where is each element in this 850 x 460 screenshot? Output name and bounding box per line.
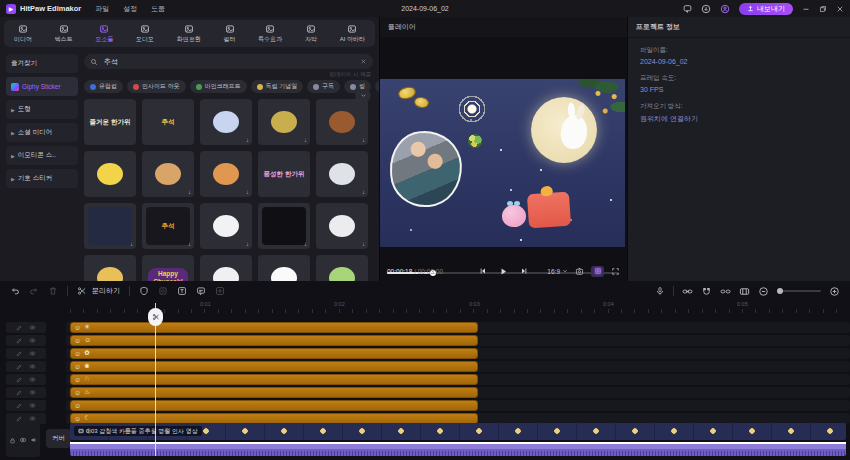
close-button[interactable] — [836, 5, 844, 13]
tab-audio[interactable]: 오디오 — [136, 24, 154, 44]
zoom-in-button[interactable] — [829, 286, 840, 297]
sticker-clip[interactable]: ☺ — [70, 400, 478, 411]
sticker-clip[interactable]: ☺ ♨ — [70, 387, 478, 398]
track-edit-icon[interactable] — [16, 351, 22, 357]
menu-item[interactable]: 파일 — [95, 4, 109, 14]
track-visibility-icon[interactable] — [29, 376, 36, 383]
timeline-zoom-slider[interactable] — [777, 290, 821, 292]
sticker-happy-hangawi-text[interactable]: 즐거운 한가위 ↓ — [84, 99, 136, 145]
account-avatar-icon[interactable] — [720, 4, 730, 14]
track-edit-icon[interactable] — [16, 403, 22, 409]
track-visibility-icon[interactable] — [29, 363, 36, 370]
menu-item[interactable]: 설정 — [123, 4, 137, 14]
sidebar-item-symbol[interactable]: ▶ 기호 스티커 — [6, 169, 78, 188]
sticker-steam-pot[interactable]: ↓ — [316, 151, 368, 197]
restore-button[interactable] — [819, 5, 827, 13]
add-caption-icon[interactable] — [196, 286, 206, 296]
delete-button[interactable] — [48, 286, 58, 296]
zoom-slider-knob[interactable] — [777, 288, 783, 294]
chip-independence-day[interactable]: 독립 기념일 — [251, 80, 304, 93]
sticker-full-moon[interactable]: ↓ — [84, 151, 136, 197]
split-label[interactable]: 분리하기 — [92, 286, 120, 296]
sticker-night-sky[interactable]: ↓ — [84, 203, 136, 249]
chip-subscribe[interactable]: 구독 — [307, 80, 340, 93]
sticker-chuseok-fruits[interactable]: 추석 ↓ — [142, 99, 194, 145]
track-visibility-icon[interactable] — [29, 350, 36, 357]
tab-effects[interactable]: 특수효과 — [258, 24, 282, 44]
track-visibility-icon[interactable] — [29, 337, 36, 344]
sticker-rice-pounding-rabbit[interactable]: ↓ — [200, 203, 252, 249]
tab-text[interactable]: 텍스트 — [55, 24, 73, 44]
next-frame-button[interactable] — [520, 267, 528, 275]
audio-clip[interactable] — [70, 442, 846, 456]
add-track-icon[interactable] — [215, 286, 225, 296]
chip-inside-out[interactable]: 인사이드 아웃 — [127, 80, 186, 93]
track-edit-icon[interactable] — [16, 416, 22, 422]
download-icon[interactable]: ↓ — [304, 241, 307, 247]
minimize-button[interactable] — [802, 5, 810, 13]
track-edit-icon[interactable] — [16, 364, 22, 370]
record-voiceover-icon[interactable] — [655, 286, 665, 296]
snapshot-icon[interactable] — [575, 267, 584, 276]
cover-button[interactable]: 커버 — [46, 429, 71, 448]
sticker-bowing-person[interactable]: ↓ — [142, 151, 194, 197]
sticker-chestnuts[interactable]: ↓ — [258, 99, 310, 145]
mask-icon[interactable] — [139, 286, 149, 296]
fullscreen-icon[interactable] — [611, 267, 620, 276]
tab-transition[interactable]: 화면전환 — [177, 24, 201, 44]
playhead-handle[interactable] — [148, 308, 163, 326]
sticker-hanbok-doll[interactable]: ↓ — [200, 99, 252, 145]
sticker-clip[interactable]: ☺ ♘ — [70, 374, 478, 385]
track-lock-icon[interactable] — [9, 437, 16, 444]
download-icon[interactable]: ↓ — [246, 137, 249, 143]
sticker-clip[interactable]: ☺ ❀ — [70, 361, 478, 372]
clear-search-icon[interactable] — [360, 58, 367, 65]
tab-media[interactable]: 미디어 — [14, 24, 32, 44]
track-edit-icon[interactable] — [16, 325, 22, 331]
undo-button[interactable] — [10, 286, 20, 296]
tab-elements[interactable]: 요소들 — [95, 24, 113, 44]
download-icon[interactable]: ↓ — [188, 241, 191, 247]
redo-button[interactable] — [29, 286, 39, 296]
track-visibility-icon[interactable] — [29, 389, 36, 396]
chip-wow[interactable]: 와 — [375, 80, 379, 93]
chip-eurocup[interactable]: 유럽컵 — [84, 80, 123, 93]
sticker-moon-white[interactable]: ↓ — [200, 255, 252, 281]
sticker-white-dog[interactable]: ↓ — [258, 255, 310, 281]
timeline-ruler[interactable]: 0:010:020:030:040:05 — [70, 301, 850, 313]
sticker-clip[interactable]: ☺ ✿ — [70, 348, 478, 359]
magnet-snap-icon[interactable] — [701, 286, 712, 297]
sticker-rabbit-comic[interactable]: ↓ — [316, 203, 368, 249]
preview-frames-icon[interactable] — [739, 286, 750, 297]
keyframe-icon[interactable] — [158, 286, 168, 296]
video-preview[interactable] — [380, 79, 625, 247]
play-button[interactable] — [499, 267, 508, 276]
sticker-dango[interactable]: ↓ — [316, 255, 368, 281]
track-visibility-icon[interactable] — [29, 402, 36, 409]
sidebar-item-shapes[interactable]: ▶ 도형 — [6, 100, 78, 119]
video-clip[interactable]: 0:03 감청색 카툰풍 중추절 명절 인사 영상 — [70, 423, 846, 440]
track-visibility-icon[interactable] — [19, 436, 27, 444]
sticker-abundant-hangawi-text[interactable]: 풍성한 한가위 ↓ — [258, 151, 310, 197]
sticker-clip[interactable]: ☺ ☺ — [70, 335, 478, 346]
tab-ai-avatar[interactable]: AI 아바타 — [340, 24, 365, 44]
track-mute-icon[interactable] — [30, 436, 38, 444]
sticker-braised-pot[interactable]: ↓ — [316, 99, 368, 145]
feedback-icon[interactable] — [683, 4, 692, 13]
sticker-fan-dance[interactable]: ↓ — [84, 255, 136, 281]
add-text-icon[interactable] — [177, 286, 187, 296]
sticker-chuseok-dark[interactable]: 추석 ↓ — [142, 203, 194, 249]
download-icon[interactable]: ↓ — [362, 241, 365, 247]
split-scissors-icon[interactable] — [77, 286, 87, 296]
download-icon[interactable]: ↓ — [362, 189, 365, 195]
tab-filter[interactable]: 필터 — [224, 24, 236, 44]
track-visibility-icon[interactable] — [29, 324, 36, 331]
aspect-ratio-selector[interactable]: 16:9 — [547, 268, 568, 275]
track-edit-icon[interactable] — [16, 377, 22, 383]
sidebar-item-giphy[interactable]: ▶ Giphy Sticker — [6, 77, 78, 96]
sidebar-item-favorites[interactable]: ▶ 즐겨찾기 — [6, 54, 78, 73]
download-icon[interactable]: ↓ — [304, 137, 307, 143]
download-icon[interactable]: ↓ — [362, 137, 365, 143]
chip-minecraft[interactable]: 마인크래프트 — [190, 80, 247, 93]
zoom-out-button[interactable] — [758, 286, 769, 297]
